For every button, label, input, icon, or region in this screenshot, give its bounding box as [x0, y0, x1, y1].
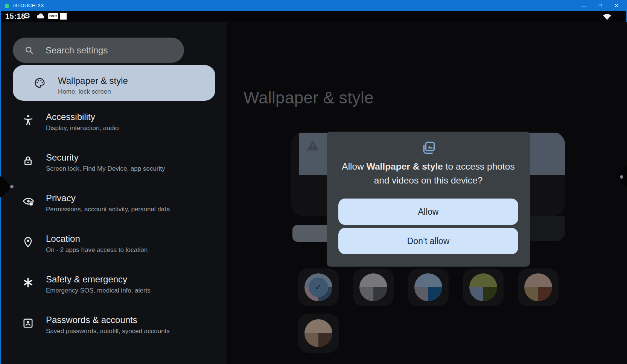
gear-icon: ⚙: [23, 11, 30, 20]
sidebar-item-label: Safety & emergency: [46, 274, 127, 285]
cloud-icon: [36, 13, 46, 21]
search-icon: [24, 45, 34, 55]
right-edge-handle-dot: [620, 175, 623, 179]
sidebar-item-label: Accessibility: [46, 112, 95, 122]
sidebar-item-label: Passwords & accounts: [46, 315, 137, 325]
dont-allow-button[interactable]: Don’t allow: [338, 228, 518, 254]
sidebar-item-wallpaper-style[interactable]: Wallpaper & style Home, lock screen: [13, 65, 215, 101]
sidebar-item-location[interactable]: Location On - 2 apps have access to loca…: [1, 225, 215, 261]
sidebar-item-security[interactable]: Security Screen lock, Find My Device, ap…: [1, 144, 215, 180]
medical-asterisk-icon: [22, 276, 34, 290]
maximize-button[interactable]: □: [595, 0, 606, 11]
sidebar-item-sublabel: Permissions, account activity, personal …: [46, 206, 170, 213]
android-logo-icon: [4, 2, 10, 9]
sidebar-item-label: Security: [46, 152, 79, 163]
dvr-icon: DVR: [48, 13, 58, 19]
location-pin-icon: [22, 236, 34, 250]
color-pie: [359, 273, 387, 301]
screenshot-square-icon: [60, 13, 67, 20]
sidebar-item-label: Location: [46, 234, 80, 244]
left-edge-handle-dot: [10, 185, 14, 188]
sidebar-item-sublabel: On - 2 apps have access to location: [46, 246, 148, 254]
permission-message: Allow Wallpaper & style to access photos…: [327, 159, 530, 187]
privacy-eye-lock-icon: [22, 195, 35, 210]
minimize-button[interactable]: —: [578, 0, 589, 11]
app-window: i3TOUCH-X3 — □ ✕ 15:18 ⚙ DVR: [0, 0, 627, 364]
clock: 15:18: [5, 12, 26, 21]
message-app-name: Wallpaper & style: [367, 161, 443, 171]
sidebar-item-safety-emergency[interactable]: Safety & emergency Emergency SOS, medica…: [1, 266, 215, 302]
sidebar-item-sublabel: Emergency SOS, medical info, alerts: [46, 287, 151, 294]
sidebar-item-sublabel: Home, lock screen: [58, 88, 111, 96]
sidebar-item-label: Wallpaper & style: [58, 76, 128, 86]
settings-sidebar: Wallpaper & style Home, lock screen Acce…: [1, 22, 227, 364]
sidebar-item-sublabel: Display, interaction, audio: [46, 124, 119, 132]
search-bar[interactable]: [13, 38, 184, 63]
color-swatch-3[interactable]: [408, 268, 449, 306]
color-pie: [414, 273, 442, 301]
android-screen: 15:18 ⚙ DVR: [0, 11, 627, 364]
palette-icon: [33, 77, 46, 91]
message-prefix: Allow: [342, 161, 366, 171]
color-swatch-1[interactable]: ✓: [298, 268, 339, 306]
wifi-icon: [602, 12, 612, 22]
color-swatch-4[interactable]: [463, 268, 504, 306]
lock-icon: [22, 155, 34, 168]
window-titlebar: i3TOUCH-X3 — □ ✕: [0, 0, 627, 11]
photos-icon: [327, 140, 530, 157]
permission-dialog: Allow Wallpaper & style to access photos…: [327, 132, 530, 267]
search-input[interactable]: [45, 38, 177, 63]
sidebar-item-sublabel: Saved passwords, autofill, synced accoun…: [46, 328, 170, 335]
color-pie: [469, 273, 497, 301]
color-swatch-2[interactable]: [353, 268, 394, 306]
person-badge-icon: [22, 317, 34, 331]
color-pie: [304, 319, 332, 347]
wallpaper-style-pane: Wallpaper & style s to access: [227, 22, 627, 364]
page-title: Wallpaper & style: [243, 88, 374, 107]
sidebar-item-label: Privacy: [46, 193, 76, 203]
sidebar-item-privacy[interactable]: Privacy Permissions, account activity, p…: [1, 185, 215, 221]
color-pie: ✓: [304, 273, 332, 301]
sidebar-item-passwords-accounts[interactable]: Passwords & accounts Saved passwords, au…: [1, 306, 215, 343]
close-button[interactable]: ✕: [611, 0, 622, 11]
color-swatch-5[interactable]: [518, 268, 559, 306]
window-title: i3TOUCH-X3: [13, 3, 44, 8]
sidebar-item-accessibility[interactable]: Accessibility Display, interaction, audi…: [1, 103, 215, 140]
allow-button[interactable]: Allow: [338, 199, 518, 225]
sidebar-item-sublabel: Screen lock, Find My Device, app securit…: [46, 165, 165, 173]
status-bar: 15:18 ⚙ DVR: [1, 11, 626, 22]
check-icon: ✓: [309, 278, 328, 297]
warning-icon: [306, 139, 320, 152]
color-pie: [524, 273, 552, 301]
color-swatch-6[interactable]: [298, 314, 339, 353]
accessibility-icon: [22, 114, 35, 128]
